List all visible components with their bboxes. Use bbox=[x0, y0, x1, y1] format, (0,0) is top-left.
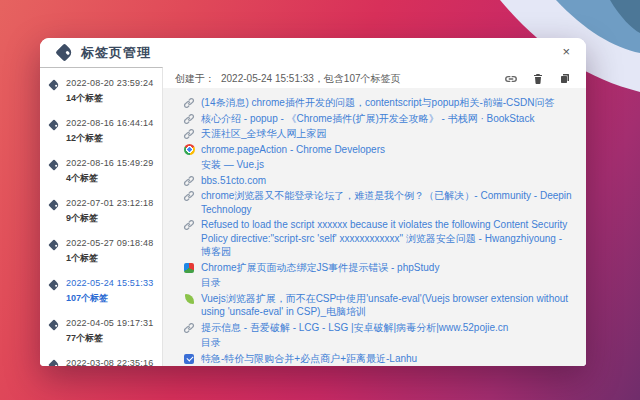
tab-link[interactable]: chrome浏览器又不能登录论坛了，难道是我个例？（已解决）- Communit… bbox=[201, 189, 574, 216]
group-count: 4个标签 bbox=[66, 172, 153, 185]
tab-link[interactable]: Refused to load the script xxxxxx becaus… bbox=[201, 218, 574, 259]
tag-icon bbox=[48, 159, 59, 170]
chrome-icon bbox=[183, 144, 195, 156]
page-title: 标签页管理 bbox=[81, 44, 151, 62]
tab-group-item[interactable]: 2022-05-27 09:18:48 1个标签 bbox=[48, 232, 162, 272]
tab-link-row[interactable]: 特急-特价与限购合并+必点商户+距离最近-Lanhu bbox=[183, 351, 574, 367]
tab-link[interactable]: Chrome扩展页面动态绑定JS事件提示错误 - phpStudy bbox=[201, 261, 439, 275]
blank-favicon bbox=[183, 337, 195, 349]
window-body: 2022-08-20 23:59:24 14个标签 2022-08-16 16:… bbox=[40, 67, 586, 366]
phpstudy-icon bbox=[183, 262, 195, 274]
group-date: 2022-03-08 22:35:16 bbox=[66, 358, 153, 366]
tab-link-list: (14条消息) chrome插件开发的问题，contentscript与popu… bbox=[163, 88, 586, 366]
tab-link-row[interactable]: 提示信息 - 吾爱破解 - LCG - LSG |安卓破解|病毒分析|www.5… bbox=[183, 320, 574, 336]
tab-group-item[interactable]: 2022-07-01 23:12:18 9个标签 bbox=[48, 192, 162, 232]
link-icon bbox=[183, 322, 195, 334]
header-actions bbox=[504, 72, 572, 86]
group-count: 77个标签 bbox=[66, 332, 153, 345]
group-date: 2022-08-20 23:59:24 bbox=[66, 78, 153, 88]
copy-icon bbox=[559, 72, 571, 85]
tab-link[interactable]: 目录 bbox=[201, 336, 221, 350]
created-label: 创建于： bbox=[175, 72, 215, 86]
link-icon bbox=[183, 113, 195, 125]
tab-link-row[interactable]: 核心介绍 - popup - 《Chrome插件(扩展)开发全攻略》 - 书栈网… bbox=[183, 111, 574, 127]
tag-icon bbox=[55, 43, 73, 61]
tab-link[interactable]: 提示信息 - 吾爱破解 - LCG - LSG |安卓破解|病毒分析|www.5… bbox=[201, 321, 508, 335]
group-date: 2022-08-16 16:44:14 bbox=[66, 118, 153, 128]
copy-button[interactable] bbox=[558, 72, 572, 86]
tab-link-row[interactable]: Vuejs浏览器扩展，而不在CSP中使用'unsafe-eval'(Vuejs … bbox=[183, 291, 574, 320]
tab-manager-window: 标签页管理 × 2022-08-20 23:59:24 14个标签 2022-0… bbox=[40, 38, 586, 366]
main-panel: 创建于： 2022-05-24 15:51:33，包含107个标签页 bbox=[163, 67, 586, 366]
titlebar: 标签页管理 × bbox=[40, 38, 586, 67]
tab-link-row[interactable]: bbs.51cto.com bbox=[183, 173, 574, 189]
group-sidebar: 2022-08-20 23:59:24 14个标签 2022-08-16 16:… bbox=[40, 67, 163, 366]
tag-icon bbox=[48, 119, 59, 130]
close-button[interactable]: × bbox=[562, 44, 570, 60]
link-icon bbox=[504, 72, 518, 86]
tab-group-item[interactable]: 2022-08-20 23:59:24 14个标签 bbox=[48, 72, 162, 112]
link-icon bbox=[183, 97, 195, 109]
group-date: 2022-05-24 15:51:33 bbox=[66, 278, 153, 288]
tab-link-row[interactable]: Refused to load the script xxxxxx becaus… bbox=[183, 217, 574, 260]
tab-link-row[interactable]: (14条消息) chrome插件开发的问题，contentscript与popu… bbox=[183, 95, 574, 111]
tag-icon bbox=[48, 199, 59, 210]
group-count: 9个标签 bbox=[66, 212, 153, 225]
tab-link-row[interactable]: 天涯社区_全球华人网上家园 bbox=[183, 126, 574, 142]
tab-group-item[interactable]: 2022-03-08 22:35:16 4个标签 bbox=[48, 352, 162, 366]
link-icon bbox=[183, 219, 195, 231]
tab-link[interactable]: 安装 — Vue.js bbox=[201, 158, 264, 172]
tab-link-row[interactable]: chrome浏览器又不能登录论坛了，难道是我个例？（已解决）- Communit… bbox=[183, 188, 574, 217]
tab-link-row[interactable]: Chrome扩展页面动态绑定JS事件提示错误 - phpStudy bbox=[183, 260, 574, 276]
tab-link[interactable]: bbs.51cto.com bbox=[201, 174, 266, 188]
tab-link[interactable]: (14条消息) chrome插件开发的问题，contentscript与popu… bbox=[201, 96, 554, 110]
group-date: 2022-05-27 09:18:48 bbox=[66, 238, 153, 248]
tab-link[interactable]: 天涯社区_全球华人网上家园 bbox=[201, 127, 327, 141]
group-date: 2022-08-16 15:49:29 bbox=[66, 158, 153, 168]
tab-link-row[interactable]: chrome.pageAction - Chrome Developers bbox=[183, 142, 574, 158]
tab-group-item[interactable]: 2022-05-24 15:51:33 107个标签 bbox=[48, 272, 162, 312]
link-icon bbox=[183, 175, 195, 187]
delete-button[interactable] bbox=[531, 72, 545, 86]
blank-favicon bbox=[183, 277, 195, 289]
tab-link-row[interactable]: 目录 bbox=[183, 275, 574, 291]
tab-group-item[interactable]: 2022-08-16 15:49:29 4个标签 bbox=[48, 152, 162, 192]
blank-favicon bbox=[183, 159, 195, 171]
tag-icon bbox=[48, 319, 59, 330]
group-count: 14个标签 bbox=[66, 92, 153, 105]
group-count: 12个标签 bbox=[66, 132, 153, 145]
created-value: 2022-05-24 15:51:33，包含107个标签页 bbox=[221, 72, 401, 86]
group-count: 107个标签 bbox=[66, 292, 153, 305]
group-date: 2022-07-01 23:12:18 bbox=[66, 198, 153, 208]
group-date: 2022-04-05 19:17:31 bbox=[66, 318, 153, 328]
group-detail-header: 创建于： 2022-05-24 15:51:33，包含107个标签页 bbox=[163, 67, 586, 88]
tab-link[interactable]: 目录 bbox=[201, 276, 221, 290]
vue-leaf-icon bbox=[183, 293, 195, 305]
tab-link-row[interactable]: 安装 — Vue.js bbox=[183, 157, 574, 173]
tab-link[interactable]: 核心介绍 - popup - 《Chrome插件(扩展)开发全攻略》 - 书栈网… bbox=[201, 112, 534, 126]
tab-link[interactable]: Vuejs浏览器扩展，而不在CSP中使用'unsafe-eval'(Vuejs … bbox=[201, 292, 574, 319]
tab-link-row[interactable]: 目录 bbox=[183, 335, 574, 351]
tag-icon bbox=[48, 79, 59, 90]
lanhu-icon bbox=[183, 353, 195, 365]
tab-group-item[interactable]: 2022-04-05 19:17:31 77个标签 bbox=[48, 312, 162, 352]
group-count: 1个标签 bbox=[66, 252, 153, 265]
tag-icon bbox=[48, 359, 59, 366]
tag-icon bbox=[48, 239, 59, 250]
tab-group-item[interactable]: 2022-08-16 16:44:14 12个标签 bbox=[48, 112, 162, 152]
desktop: 标签页管理 × 2022-08-20 23:59:24 14个标签 2022-0… bbox=[0, 0, 640, 400]
trash-icon bbox=[532, 72, 544, 85]
tab-link[interactable]: 特急-特价与限购合并+必点商户+距离最近-Lanhu bbox=[201, 352, 417, 366]
tab-link[interactable]: chrome.pageAction - Chrome Developers bbox=[201, 143, 385, 157]
copy-link-button[interactable] bbox=[504, 72, 518, 86]
link-icon bbox=[183, 128, 195, 140]
tag-icon bbox=[48, 279, 59, 290]
link-icon bbox=[183, 190, 195, 202]
